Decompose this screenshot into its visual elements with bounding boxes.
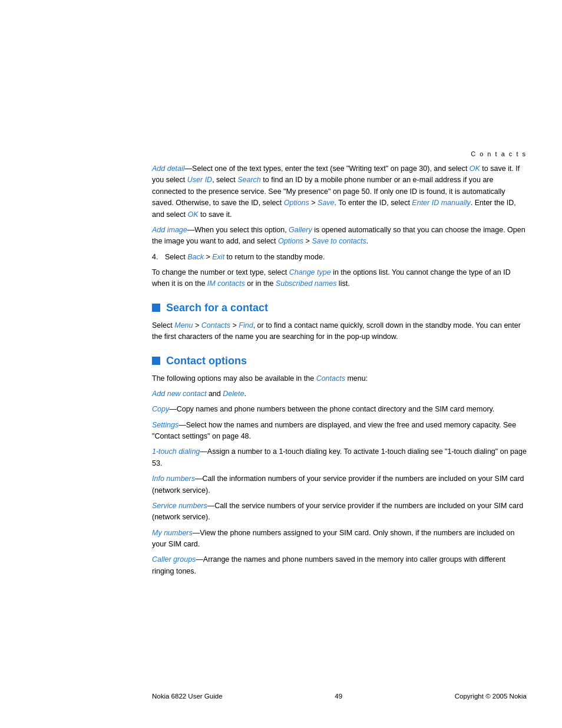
- add-image-paragraph: Add image—When you select this option, G…: [152, 225, 527, 248]
- contact-options-intro-text2: menu:: [345, 374, 368, 383]
- copy-text: —Copy names and phone numbers between th…: [169, 405, 494, 413]
- change-type-text3: or in the: [245, 279, 276, 288]
- contact-options-heading: Contact options: [166, 355, 247, 367]
- add-detail-text8: to save it.: [199, 210, 232, 219]
- caller-groups-link: Caller groups: [152, 555, 196, 564]
- change-type-text4: list.: [336, 279, 349, 288]
- section-label: C o n t a c t s: [152, 150, 527, 157]
- change-type-link: Change type: [289, 268, 331, 276]
- contact-options-heading-icon: [152, 357, 160, 365]
- touch-dialing-link: 1-touch dialing: [152, 447, 200, 456]
- save-link-1: Save: [318, 199, 335, 207]
- user-id-link: User ID: [187, 176, 212, 184]
- add-image-link: Add image: [152, 226, 187, 234]
- change-type-text1: To change the number or text type, selec…: [152, 268, 289, 276]
- ok-link-2: OK: [187, 210, 198, 219]
- step4-text3: to return to the standby mode.: [224, 253, 325, 261]
- exit-link: Exit: [212, 253, 224, 261]
- step4-text2: >: [204, 253, 212, 261]
- contact-options-intro: The following options may also be availa…: [152, 373, 527, 384]
- caller-groups-text: —Arrange the names and phone numbers sav…: [152, 555, 505, 575]
- add-new-contact-link: Add new contact: [152, 390, 206, 398]
- im-contacts-link: IM contacts: [207, 279, 245, 288]
- settings-line: Settings—Select how the names and number…: [152, 420, 527, 443]
- info-numbers-link: Info numbers: [152, 475, 195, 483]
- contact-options-intro-text1: The following options may also be availa…: [152, 374, 316, 383]
- my-numbers-text: —View the phone numbers assigned to your…: [152, 529, 514, 548]
- period: .: [244, 390, 246, 398]
- add-detail-text6: . To enter the ID, select: [335, 199, 412, 207]
- search-heading-container: Search for a contact: [152, 302, 527, 314]
- add-detail-text5: >: [309, 199, 318, 207]
- my-numbers-line: My numbers—View the phone numbers assign…: [152, 528, 527, 551]
- settings-text: —Select how the names and numbers are di…: [152, 421, 516, 440]
- search-contacts-link: Contacts: [201, 321, 230, 330]
- back-link: Back: [187, 253, 204, 261]
- step-4: 4. Select Back > Exit to return to the s…: [152, 252, 527, 263]
- contact-options-heading-container: Contact options: [152, 355, 527, 367]
- search-heading: Search for a contact: [166, 302, 268, 314]
- change-type-paragraph: To change the number or text type, selec…: [152, 267, 527, 290]
- step-4-body: Select Back > Exit to return to the stan…: [165, 252, 325, 263]
- search-link: Search: [237, 176, 261, 184]
- add-detail-text1: —Select one of the text types, enter the…: [185, 164, 470, 173]
- footer: Nokia 6822 User Guide 49 Copyright © 200…: [152, 693, 527, 700]
- gallery-link: Gallery: [289, 226, 312, 234]
- delete-link: Delete: [223, 390, 244, 398]
- contacts-menu-link: Contacts: [316, 374, 345, 383]
- search-heading-icon: [152, 304, 160, 312]
- subscribed-names-link: Subscribed names: [276, 279, 337, 288]
- add-detail-link: Add detail: [152, 164, 185, 173]
- search-find-link: Find: [239, 321, 253, 330]
- search-body-paragraph: Select Menu > Contacts > Find, or to fin…: [152, 320, 527, 343]
- page: C o n t a c t s Add detail—Select one of…: [0, 0, 562, 728]
- copy-line: Copy—Copy names and phone numbers betwee…: [152, 404, 527, 415]
- add-detail-paragraph: Add detail—Select one of the text types,…: [152, 163, 527, 220]
- search-menu-link: Menu: [174, 321, 193, 330]
- search-body-text1: Select: [152, 321, 174, 330]
- add-new-contact-line: Add new contact and Delete.: [152, 388, 527, 400]
- content-area: C o n t a c t s Add detail—Select one of…: [152, 150, 527, 581]
- service-numbers-text: —Call the service numbers of your servic…: [152, 502, 523, 521]
- copy-link: Copy: [152, 405, 169, 413]
- add-image-text1: —When you select this option,: [187, 226, 289, 234]
- add-image-text3: >: [303, 237, 312, 245]
- touch-dialing-line: 1-touch dialing—Assign a number to a 1-t…: [152, 446, 527, 469]
- step4-text1: Select: [165, 253, 187, 261]
- caller-groups-line: Caller groups—Arrange the names and phon…: [152, 554, 527, 577]
- footer-right: Copyright © 2005 Nokia: [455, 693, 527, 700]
- info-numbers-text: —Call the information numbers of your se…: [152, 475, 524, 494]
- enter-id-link: Enter ID manually: [412, 199, 470, 207]
- footer-page-number: 49: [335, 693, 342, 700]
- info-numbers-line: Info numbers—Call the information number…: [152, 473, 527, 496]
- options-link-2: Options: [278, 237, 303, 245]
- touch-dialing-text: —Assign a number to a 1-touch dialing ke…: [152, 447, 527, 467]
- service-numbers-link: Service numbers: [152, 502, 207, 510]
- step-4-num: 4.: [152, 252, 161, 263]
- add-image-text4: .: [366, 237, 368, 245]
- save-to-contacts-link: Save to contacts: [312, 237, 366, 245]
- service-numbers-line: Service numbers—Call the service numbers…: [152, 500, 527, 523]
- options-link-1: Options: [284, 199, 309, 207]
- add-detail-text3: , select: [212, 176, 237, 184]
- search-body-text2: >: [193, 321, 201, 330]
- and-text: and: [206, 390, 223, 398]
- settings-link: Settings: [152, 421, 178, 429]
- search-body-text3: >: [230, 321, 239, 330]
- my-numbers-link: My numbers: [152, 529, 193, 537]
- footer-left: Nokia 6822 User Guide: [152, 693, 223, 700]
- ok-link-1: OK: [470, 164, 480, 173]
